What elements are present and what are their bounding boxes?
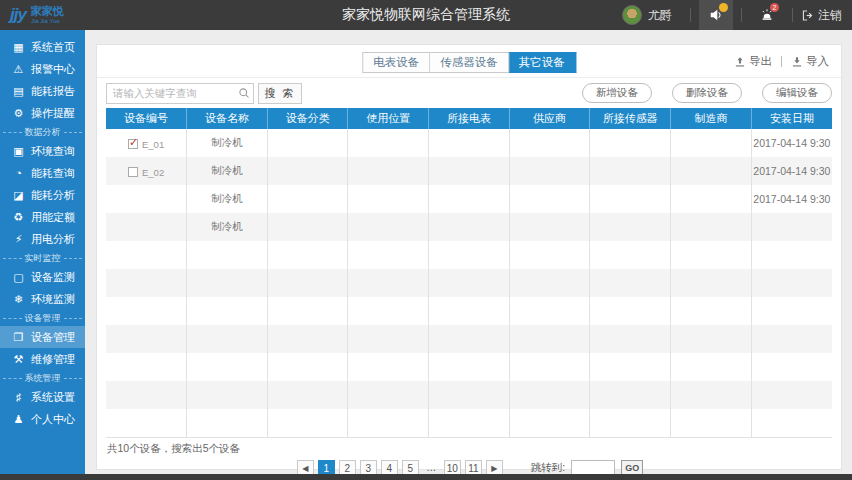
table-header-row: 设备编号设备名称设备分类使用位置所接电表供应商所接传感器制造商安装日期 (106, 108, 832, 129)
avatar[interactable] (622, 5, 642, 25)
table-row: 制冷机2017-04-14 9:30 (106, 185, 832, 213)
name-cell: 制冷机 (187, 185, 268, 213)
energy-query-icon: ◔ (11, 167, 26, 179)
device-number-cell (106, 325, 187, 353)
sensor-cell (590, 157, 671, 185)
sidebar-item-14[interactable]: ❐设备管理 (0, 326, 85, 348)
tab-0[interactable]: 电表设备 (362, 52, 430, 73)
bottom-strip (0, 474, 852, 480)
meter-cell (429, 381, 510, 409)
sidebar-section-label: 设备管理 (0, 310, 85, 326)
location-cell (348, 185, 429, 213)
sidebar-item-8[interactable]: ♻用能定额 (0, 206, 85, 228)
name-cell (187, 409, 268, 437)
username[interactable]: 尤爵 (648, 7, 672, 24)
import-label: 导入 (806, 54, 829, 69)
column-header: 设备分类 (267, 108, 348, 129)
speaker-button[interactable] (699, 0, 733, 30)
meter-cell (429, 409, 510, 437)
alarm-center-icon: ⚠ (11, 63, 26, 76)
search-icon (238, 87, 250, 99)
sidebar-item-12[interactable]: ❄环境监测 (0, 288, 85, 310)
jump-label: 跳转到: (531, 461, 565, 475)
supplier-cell (509, 269, 590, 297)
column-header: 设备编号 (106, 108, 187, 129)
date-cell (751, 269, 832, 297)
table-row (106, 325, 832, 353)
logo-icon: jjy (10, 5, 26, 25)
sensor-cell (590, 185, 671, 213)
sidebar-item-label: 个人中心 (31, 412, 75, 427)
location-cell (348, 241, 429, 269)
divider (690, 8, 691, 22)
manufacturer-cell (671, 353, 752, 381)
export-import-group: 导出 导入 (734, 54, 829, 69)
action-button-2[interactable]: 编辑设备 (762, 83, 832, 103)
name-cell (187, 353, 268, 381)
logo-pinyin: Jia Jia Yue (31, 18, 64, 24)
manufacturer-cell (671, 129, 752, 157)
sidebar-item-1[interactable]: ⚠报警中心 (0, 58, 85, 80)
sidebar-item-11[interactable]: ▢设备监测 (0, 266, 85, 288)
import-button[interactable]: 导入 (791, 54, 829, 69)
manufacturer-cell (671, 185, 752, 213)
device-type-tabs: 电表设备传感器设备其它设备 (362, 52, 576, 73)
alarm-button[interactable]: 2 (750, 0, 784, 30)
table-row (106, 241, 832, 269)
sidebar-item-label: 环境监测 (31, 292, 75, 307)
sidebar-item-5[interactable]: ▣环境查询 (0, 140, 85, 162)
date-cell (751, 381, 832, 409)
sidebar-item-15[interactable]: ⚒维修管理 (0, 348, 85, 370)
divider (781, 56, 782, 67)
tab-2[interactable]: 其它设备 (509, 52, 576, 73)
name-cell: 制冷机 (187, 157, 268, 185)
system-settings-icon: ♯ (11, 391, 26, 403)
sidebar-item-7[interactable]: ◪能耗分析 (0, 184, 85, 206)
home-icon: ▦ (11, 41, 26, 54)
sidebar-item-9[interactable]: ⚡用电分析 (0, 228, 85, 250)
device-actions: 新增设备删除设备编辑设备 (562, 83, 832, 103)
sensor-cell (590, 129, 671, 157)
sidebar-item-18[interactable]: ♟个人中心 (0, 408, 85, 430)
tab-1[interactable]: 传感器设备 (430, 52, 509, 73)
profile-icon: ♟ (11, 413, 26, 426)
result-summary: 共10个设备，搜索出5个设备 (97, 438, 841, 456)
row-checkbox[interactable] (128, 167, 138, 177)
meter-cell (429, 157, 510, 185)
sidebar-item-3[interactable]: ⚙操作提醒 (0, 102, 85, 124)
category-cell (267, 185, 348, 213)
app-window: jjy 家家悦 Jia Jia Yue 家家悦物联网综合管理系统 尤爵 2 (0, 0, 852, 480)
sidebar-item-2[interactable]: ▤能耗报告 (0, 80, 85, 102)
date-cell (751, 353, 832, 381)
sidebar-item-17[interactable]: ♯系统设置 (0, 386, 85, 408)
sidebar-item-label: 能耗查询 (31, 166, 75, 181)
search-button[interactable]: 搜 索 (258, 83, 302, 104)
sensor-cell (590, 325, 671, 353)
manufacturer-cell (671, 157, 752, 185)
export-button[interactable]: 导出 (734, 54, 772, 69)
content-card: 电表设备传感器设备其它设备 导出 导入 搜 (96, 44, 842, 470)
manufacturer-cell (671, 213, 752, 241)
table-row (106, 409, 832, 437)
action-button-0[interactable]: 新增设备 (582, 83, 652, 103)
table-row: E_02制冷机2017-04-14 9:30 (106, 157, 832, 185)
category-cell (267, 353, 348, 381)
search-input[interactable] (106, 83, 254, 104)
row-checkbox[interactable] (128, 139, 138, 149)
device-number-cell (106, 297, 187, 325)
manufacturer-cell (671, 325, 752, 353)
device-number-cell (106, 353, 187, 381)
sidebar-item-0[interactable]: ▦系统首页 (0, 36, 85, 58)
logout-button[interactable]: 注销 (801, 7, 842, 24)
sidebar-item-6[interactable]: ◔能耗查询 (0, 162, 85, 184)
header-right: 尤爵 2 注销 (622, 0, 852, 30)
sidebar-item-label: 操作提醒 (31, 106, 75, 121)
category-cell (267, 297, 348, 325)
sensor-cell (590, 297, 671, 325)
action-button-1[interactable]: 删除设备 (672, 83, 742, 103)
energy-report-icon: ▤ (11, 85, 26, 98)
sensor-cell (590, 409, 671, 437)
name-cell: 制冷机 (187, 129, 268, 157)
category-cell (267, 269, 348, 297)
name-cell (187, 381, 268, 409)
